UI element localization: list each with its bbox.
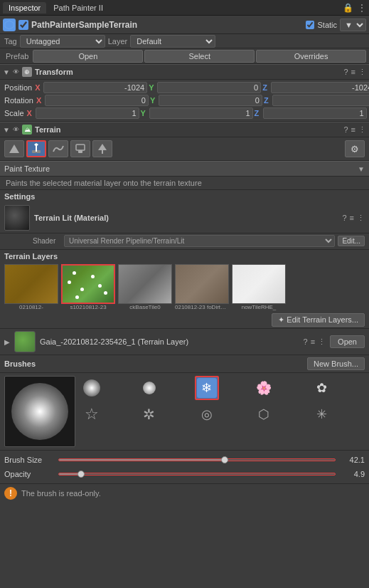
- terrain-tool-raise[interactable]: [4, 140, 24, 157]
- menu-icon[interactable]: ⋮: [358, 3, 366, 13]
- prefab-open-button[interactable]: Open: [33, 50, 143, 63]
- brush-size-slider[interactable]: [58, 458, 336, 461]
- rotation-z-input[interactable]: [272, 95, 369, 106]
- shader-dropdown[interactable]: Universal Render Pipeline/Terrain/Lit: [64, 235, 335, 247]
- svg-marker-1: [9, 145, 19, 153]
- brush-opacity-thumb[interactable]: [77, 471, 85, 478]
- gameobject-header: PathPainterSampleTerrain Static ▼: [0, 16, 369, 34]
- scale-x-input[interactable]: [36, 107, 139, 119]
- brush-opacity-slider[interactable]: [58, 473, 336, 476]
- svg-marker-0: [5, 21, 14, 29]
- brush-item-8[interactable]: ⬡: [252, 402, 276, 426]
- brush-snowflake-icon: ❄: [197, 378, 217, 398]
- brush-item-1[interactable]: [137, 376, 161, 400]
- brushes-content: ❄ 🌸 ✿ ☆ ✲ ◎ ⬡ ✳: [0, 373, 369, 451]
- tag-dropdown[interactable]: Untagged: [20, 35, 105, 48]
- shader-label: Shader: [33, 237, 61, 245]
- gaia-more-icon[interactable]: ⋮: [318, 337, 326, 347]
- gaia-open-button[interactable]: Open: [330, 335, 365, 348]
- position-y-input[interactable]: [157, 82, 261, 93]
- scale-y-input[interactable]: [149, 107, 253, 119]
- prefab-select-button[interactable]: Select: [144, 50, 255, 63]
- brush-opacity-value: 4.9: [340, 470, 365, 478]
- brush-size-thumb[interactable]: [221, 456, 228, 463]
- brush-item-9[interactable]: ✳: [309, 402, 333, 426]
- terrain-help-icon[interactable]: ?: [343, 125, 348, 134]
- brushes-header: Brushes New Brush...: [0, 355, 369, 373]
- terrain-layer-4[interactable]: nowTileRHE_: [232, 264, 286, 310]
- transform-arrow[interactable]: ▼: [3, 68, 10, 75]
- material-more-icon[interactable]: ⋮: [357, 214, 365, 223]
- brush-params: Brush Size 42.1 Opacity 4.9: [0, 451, 369, 484]
- brush-hex-icon: ⬡: [258, 406, 269, 422]
- paint-description: Paints the selected material layer onto …: [0, 177, 369, 190]
- terrain-arrow[interactable]: ▼: [3, 126, 10, 133]
- brush-star-icon: ☆: [85, 405, 99, 424]
- terrain-more-icon[interactable]: ⋮: [358, 125, 366, 135]
- terrain-layer-thumb-4: [232, 264, 286, 304]
- active-checkbox[interactable]: [18, 20, 28, 30]
- terrain-tool-settings[interactable]: ⚙: [345, 140, 365, 157]
- rotation-y-input[interactable]: [159, 95, 262, 106]
- brush-item-5[interactable]: ☆: [80, 402, 104, 426]
- brush-preview: [4, 376, 75, 447]
- brush-size-fill: [59, 459, 225, 461]
- tab-path-painter[interactable]: Path Painter II: [48, 2, 109, 14]
- brush-item-7[interactable]: ◎: [195, 402, 219, 426]
- edit-terrain-layers-button[interactable]: ✦ Edit Terrain Layers...: [272, 313, 365, 327]
- terrain-layer-label-3: 0210812-23 foDirtTileRHE: [175, 304, 229, 310]
- terrain-tool-paint-texture[interactable]: [26, 140, 46, 157]
- prefab-overrides-button[interactable]: Overrides: [256, 50, 366, 63]
- terrain-tool-stamp[interactable]: [70, 140, 90, 157]
- shader-edit-button[interactable]: Edit...: [338, 236, 365, 246]
- layer-dropdown[interactable]: Default: [130, 35, 215, 48]
- transform-settings-icon[interactable]: ≡: [351, 68, 355, 76]
- material-help-icon[interactable]: ?: [342, 214, 346, 222]
- rotation-x-input[interactable]: [45, 95, 149, 106]
- terrain-layer-0[interactable]: 0210812-: [4, 264, 58, 310]
- scale-row: Scale X Y Z: [4, 107, 365, 120]
- shader-row: Shader Universal Render Pipeline/Terrain…: [0, 233, 369, 250]
- brush-circle-icon: [83, 379, 100, 397]
- terrain-tool-smooth[interactable]: [48, 140, 68, 157]
- static-checkbox[interactable]: [306, 21, 314, 29]
- terrain-layer-3[interactable]: 0210812-23 foDirtTileRHE: [175, 264, 229, 310]
- transform-more-icon[interactable]: ⋮: [358, 68, 366, 77]
- material-settings-icon[interactable]: ≡: [350, 214, 354, 222]
- gaia-expand-icon[interactable]: ▶: [4, 338, 10, 346]
- paint-texture-row[interactable]: Paint Texture ▼: [0, 161, 369, 177]
- terrain-tool-trees[interactable]: [92, 140, 112, 157]
- terrain-layer-2[interactable]: ckBaseTile0: [118, 264, 172, 310]
- scale-y-axis: Y: [141, 109, 148, 117]
- brush-flower-icon: 🌸: [256, 380, 272, 396]
- scale-x-axis: X: [27, 109, 34, 117]
- prefab-row: Prefab Open Select Overrides: [0, 48, 369, 64]
- static-dropdown[interactable]: ▼: [340, 19, 366, 31]
- new-brush-button[interactable]: New Brush...: [307, 357, 365, 370]
- material-name: Terrain Lit (Material): [34, 214, 338, 222]
- brush-item-4[interactable]: ✿: [309, 376, 333, 400]
- transform-fields: Position X Y Z Rotation X Y: [0, 80, 369, 122]
- transform-visibility-icon[interactable]: 👁: [13, 68, 19, 75]
- brush-item-0[interactable]: [80, 376, 104, 400]
- brush-size-label: Brush Size: [4, 456, 54, 464]
- tab-inspector[interactable]: Inspector: [3, 2, 46, 14]
- gaia-settings-icon[interactable]: ≡: [311, 337, 315, 346]
- terrain-layer-1[interactable]: s10210812-23: [61, 264, 115, 310]
- terrain-visibility-icon[interactable]: 👁: [13, 126, 19, 133]
- brush-item-6[interactable]: ✲: [137, 402, 161, 426]
- rotation-y-axis: Y: [150, 96, 157, 105]
- position-x-input[interactable]: [43, 82, 147, 93]
- scale-label: Scale: [4, 109, 24, 117]
- position-z-input[interactable]: [271, 82, 369, 93]
- rotation-label: Rotation: [4, 96, 33, 105]
- transform-help-icon[interactable]: ?: [343, 68, 348, 76]
- gaia-help-icon[interactable]: ?: [304, 337, 308, 346]
- brush-burst-icon: ✳: [316, 406, 327, 422]
- lock-icon[interactable]: 🔒: [343, 3, 353, 13]
- brushes-title: Brushes: [4, 359, 307, 368]
- brush-item-2[interactable]: ❄: [195, 376, 219, 400]
- terrain-settings-icon[interactable]: ≡: [351, 125, 355, 134]
- brush-item-3[interactable]: 🌸: [252, 376, 276, 400]
- scale-z-input[interactable]: [263, 107, 367, 119]
